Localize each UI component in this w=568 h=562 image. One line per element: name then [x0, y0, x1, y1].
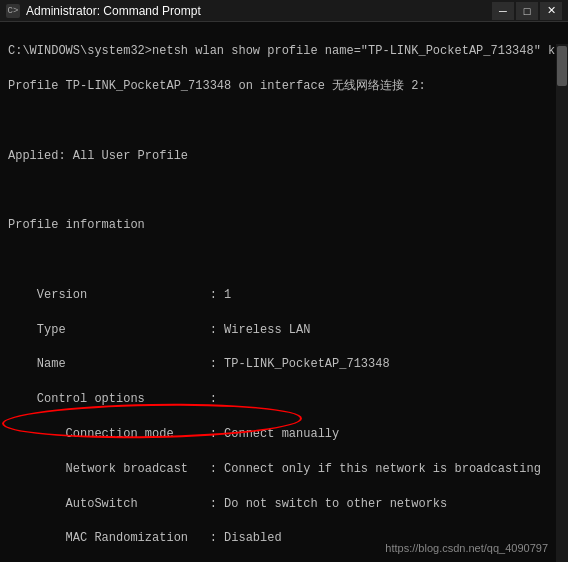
autoswitch: AutoSwitch : Do not switch to other netw… [8, 497, 447, 511]
blank1 [8, 114, 15, 128]
version-line: Version : 1 [8, 288, 231, 302]
profile-info-header: Profile information [8, 218, 145, 232]
mac-rand: MAC Randomization : Disabled [8, 531, 282, 545]
profile-line: Profile TP-LINK_PocketAP_713348 on inter… [8, 79, 426, 93]
applied-line: Applied: All User Profile [8, 149, 188, 163]
command-line: C:\WINDOWS\system32>netsh wlan show prof… [8, 44, 568, 58]
watermark: https://blog.csdn.net/qq_4090797 [385, 542, 548, 554]
conn-mode: Connection mode : Connect manually [8, 427, 339, 441]
terminal-output: C:\WINDOWS\system32>netsh wlan show prof… [8, 26, 560, 562]
window-title: Administrator: Command Prompt [26, 4, 492, 18]
control-opts: Control options : [8, 392, 217, 406]
net-broadcast: Network broadcast : Connect only if this… [8, 462, 541, 476]
window-icon: C> [6, 4, 20, 18]
scrollbar-thumb[interactable] [557, 46, 567, 86]
terminal-content: C:\WINDOWS\system32>netsh wlan show prof… [0, 22, 568, 562]
cmd-window: C> Administrator: Command Prompt ─ □ ✕ C… [0, 0, 568, 562]
name-line: Name : TP-LINK_PocketAP_713348 [8, 357, 390, 371]
scrollbar[interactable] [556, 44, 568, 562]
minimize-button[interactable]: ─ [492, 2, 514, 20]
blank2 [8, 184, 15, 198]
blank3 [8, 253, 15, 267]
type-line: Type : Wireless LAN [8, 323, 310, 337]
close-button[interactable]: ✕ [540, 2, 562, 20]
maximize-button[interactable]: □ [516, 2, 538, 20]
title-bar: C> Administrator: Command Prompt ─ □ ✕ [0, 0, 568, 22]
window-controls: ─ □ ✕ [492, 2, 562, 20]
